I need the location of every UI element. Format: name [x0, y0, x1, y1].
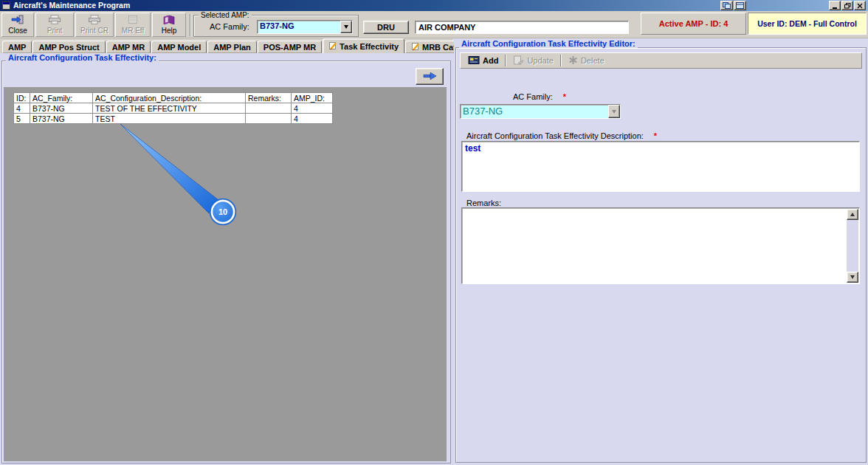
- arrow-down-icon: [850, 275, 855, 279]
- notepad-pencil-icon: [411, 42, 420, 52]
- tab-amp-plan[interactable]: AMP Plan: [207, 41, 257, 53]
- active-amp-panel: Active AMP - ID: 4: [641, 13, 746, 35]
- tab-task-effectivity[interactable]: Task Effectivity: [323, 38, 404, 53]
- cell-id[interactable]: 4: [14, 103, 30, 114]
- editor-description-label-text: Aircraft Configuration Task Effectivity …: [466, 131, 644, 140]
- required-marker: *: [654, 131, 657, 140]
- cell-amp-id[interactable]: 4: [292, 114, 333, 124]
- arrow-up-icon: [850, 213, 855, 216]
- main-toolbar: Close Print Print CR MR Eff Help: [0, 11, 868, 38]
- editor-ac-family-dropdown-button[interactable]: [608, 105, 620, 118]
- tab-strip: AMP AMP Pos Struct AMP MR AMP Model AMP …: [0, 38, 452, 53]
- header-cell-ac-family[interactable]: AC_Family:: [30, 93, 93, 103]
- scroll-down-button[interactable]: [847, 272, 858, 283]
- exit-icon: [11, 15, 24, 26]
- application-window: Aircraft's Maintenance Program Close: [0, 0, 868, 465]
- ac-family-dropdown-button[interactable]: [340, 21, 352, 33]
- cell-ac-family[interactable]: B737-NG: [30, 103, 93, 114]
- add-button-label: Add: [483, 56, 498, 65]
- print-button-label: Print: [47, 27, 63, 35]
- editor-ac-family-label-text: AC Family:: [513, 92, 553, 101]
- cell-ac-family[interactable]: B737-NG: [30, 114, 93, 124]
- window-tool-button-1[interactable]: [720, 1, 733, 10]
- editor-ac-family-label: AC Family:*: [513, 92, 566, 101]
- header-cell-amp-id[interactable]: AMP_ID:: [292, 93, 333, 103]
- header-cell-remarks[interactable]: Remarks:: [246, 93, 292, 103]
- dru-button[interactable]: DRU: [363, 21, 409, 34]
- cell-remarks[interactable]: [246, 114, 292, 124]
- mr-eff-button-label: MR Eff: [122, 27, 144, 35]
- update-button-label: Update: [527, 56, 553, 65]
- editor-ac-family-combobox[interactable]: B737-NG: [460, 104, 621, 119]
- cell-remarks[interactable]: [246, 103, 292, 114]
- update-hand-icon: [513, 55, 524, 66]
- scroll-up-button[interactable]: [847, 209, 858, 220]
- editor-toolbar: Add Update Delete: [460, 52, 862, 69]
- title-bar: Aircraft's Maintenance Program: [0, 0, 868, 11]
- task-effectivity-panel: Aircraft Configuration Task Effectivity:…: [0, 53, 452, 465]
- help-button[interactable]: Help: [152, 13, 186, 37]
- print-button[interactable]: Print: [35, 13, 74, 37]
- notepad-pencil-icon: [328, 41, 337, 52]
- user-id-panel: User ID: DEM - Full Control: [748, 13, 867, 35]
- minimize-button[interactable]: [829, 1, 841, 10]
- task-effectivity-editor-panel: Aircraft Configuration Task Effectivity …: [454, 38, 868, 465]
- task-effectivity-panel-title: Aircraft Configuration Task Effectivity:: [6, 53, 159, 62]
- printer-icon: [48, 15, 61, 26]
- cell-amp-id[interactable]: 4: [292, 103, 333, 114]
- print-cr-button-label: Print CR: [80, 27, 108, 35]
- editor-panel-title: Aircraft Configuration Task Effectivity …: [459, 39, 638, 48]
- header-cell-id[interactable]: ID:: [14, 93, 30, 103]
- restore-button[interactable]: [841, 1, 853, 10]
- company-field-value: AIR COMPANY: [418, 23, 475, 32]
- description-textarea[interactable]: test: [461, 141, 860, 192]
- tab-label: AMP: [8, 43, 26, 52]
- selected-amp-group-label: Selected AMP:: [199, 11, 252, 19]
- table-row[interactable]: 5 B737-NG TEST 4: [14, 114, 333, 124]
- dru-button-label: DRU: [377, 23, 395, 32]
- cell-id[interactable]: 5: [14, 114, 30, 124]
- header-cell-description[interactable]: AC_Configuration_Description:: [93, 93, 246, 103]
- tab-label: AMP MR: [112, 43, 145, 52]
- help-button-label: Help: [162, 27, 177, 35]
- ac-family-value: B737-NG: [258, 21, 340, 33]
- ac-family-label: AC Family:: [210, 22, 249, 31]
- add-button[interactable]: Add: [464, 55, 502, 67]
- table-header-row: ID: AC_Family: AC_Configuration_Descript…: [14, 93, 333, 103]
- remarks-textarea[interactable]: [461, 207, 860, 284]
- window-tool-button-2[interactable]: [734, 1, 746, 10]
- tab-amp[interactable]: AMP: [2, 41, 32, 53]
- tab-amp-model[interactable]: AMP Model: [151, 41, 207, 53]
- cell-description[interactable]: TEST OF THE EFFECTIVITY: [93, 103, 246, 114]
- delete-button[interactable]: Delete: [565, 55, 608, 67]
- close-button-label: Close: [8, 27, 27, 35]
- company-field[interactable]: AIR COMPANY: [415, 21, 629, 34]
- table-row[interactable]: 4 B737-NG TEST OF THE EFFECTIVITY 4: [14, 103, 333, 114]
- description-value: test: [465, 143, 480, 154]
- mr-eff-icon: [127, 15, 139, 26]
- remarks-scrollbar[interactable]: [847, 209, 858, 283]
- toolbar-separator: [505, 55, 506, 66]
- mr-eff-button[interactable]: MR Eff: [115, 13, 151, 37]
- chevron-down-icon: [344, 25, 348, 29]
- tab-amp-pos-struct[interactable]: AMP Pos Struct: [32, 41, 105, 53]
- editor-ac-family-value: B737-NG: [461, 105, 608, 118]
- tab-label: AMP Model: [157, 43, 201, 52]
- toolbar-separator: [560, 55, 562, 66]
- print-cr-button[interactable]: Print CR: [75, 13, 114, 37]
- cell-description[interactable]: TEST: [93, 114, 246, 124]
- ac-family-combobox[interactable]: B737-NG: [257, 20, 353, 34]
- delete-asterisk-icon: [568, 55, 578, 66]
- task-effectivity-table: ID: AC_Family: AC_Configuration_Descript…: [13, 92, 333, 124]
- user-id-text: User ID: DEM - Full Control: [757, 19, 857, 28]
- help-book-icon: [163, 15, 175, 26]
- required-marker: *: [563, 92, 566, 101]
- close-button[interactable]: Close: [1, 13, 34, 37]
- tab-label: POS-AMP MR: [264, 43, 316, 52]
- close-window-button[interactable]: [854, 1, 866, 10]
- transfer-arrow-button[interactable]: [416, 68, 444, 85]
- update-button[interactable]: Update: [509, 55, 557, 67]
- editor-description-label: Aircraft Configuration Task Effectivity …: [466, 131, 657, 140]
- tab-amp-mr[interactable]: AMP MR: [106, 41, 151, 53]
- tab-pos-amp-mr[interactable]: POS-AMP MR: [258, 41, 322, 53]
